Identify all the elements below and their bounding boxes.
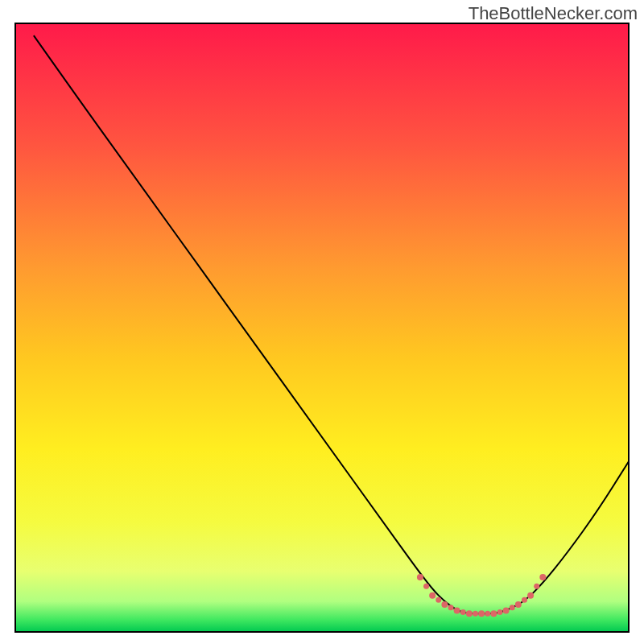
dotted-marker-point [466, 610, 473, 617]
watermark-text: TheBottleNecker.com [469, 3, 638, 24]
dotted-marker-point [485, 611, 490, 617]
dotted-marker-point [510, 605, 515, 610]
dotted-marker-point [448, 605, 454, 610]
dotted-marker-point [527, 592, 534, 599]
dotted-marker-point [417, 574, 423, 580]
dotted-marker-point [436, 597, 441, 603]
dotted-marker-point [460, 609, 466, 615]
dotted-marker-point [423, 584, 429, 589]
dotted-marker-point [534, 584, 539, 589]
dotted-marker-point [441, 601, 448, 608]
gradient-chart [0, 0, 644, 644]
dotted-marker-point [503, 608, 510, 614]
dotted-marker-point [490, 610, 497, 617]
dotted-marker-point [515, 601, 522, 608]
dotted-marker-point [539, 574, 546, 580]
dotted-marker-point [429, 592, 436, 599]
dotted-marker-point [478, 610, 485, 617]
dotted-marker-point [473, 611, 478, 617]
plot-background [15, 23, 629, 632]
chart-container: TheBottleNecker.com [0, 0, 644, 644]
dotted-marker-point [497, 609, 502, 615]
dotted-marker-point [454, 608, 460, 614]
dotted-marker-point [522, 597, 527, 603]
